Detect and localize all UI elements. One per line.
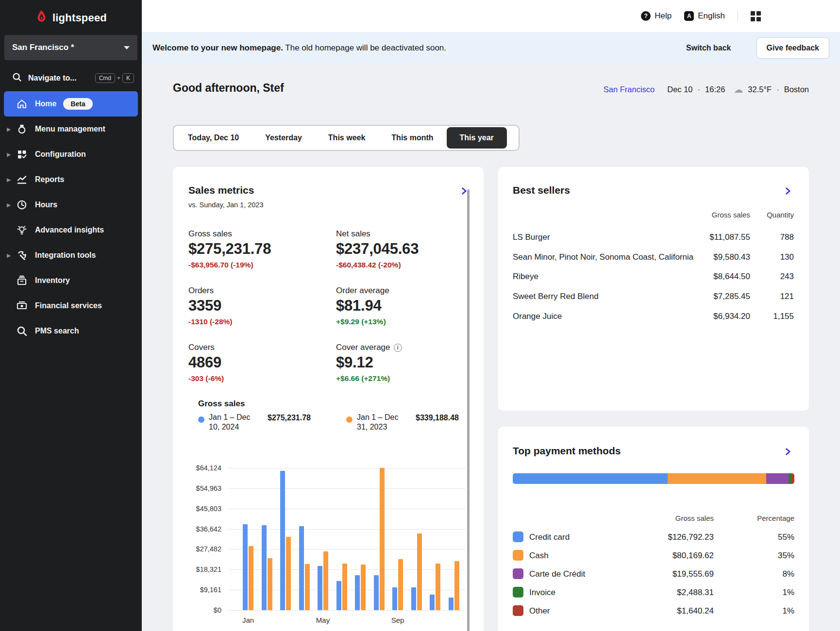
navigate-search[interactable]: Navigate to... Cmd + K xyxy=(0,67,142,89)
best-sellers-card: Best sellers Gross sales Quantity LS Bur… xyxy=(498,167,809,411)
location-selector[interactable]: San Francisco * xyxy=(4,35,137,60)
x-axis-tick-label: Jan xyxy=(242,616,254,624)
metric-orders: Orders3359-1310 (-28%) xyxy=(188,286,324,326)
location-link[interactable]: San Francisco xyxy=(604,85,655,94)
bar-dec-2023[interactable] xyxy=(454,561,459,610)
inventory-icon xyxy=(16,275,28,286)
tab-this-month[interactable]: This month xyxy=(378,127,446,149)
bar-may-2023[interactable] xyxy=(323,551,328,610)
sidebar-item-advanced-insights[interactable]: Advanced insights xyxy=(0,217,142,243)
payment-percentage: 35% xyxy=(760,551,794,561)
bar-jan-2023[interactable] xyxy=(249,546,253,610)
expand-caret-icon[interactable]: ▶ xyxy=(7,177,16,183)
bar-aug-2024[interactable] xyxy=(374,575,379,610)
payment-gross-sales: $1,640.24 xyxy=(655,606,714,616)
best-seller-quantity: 788 xyxy=(755,232,794,242)
y-axis-tick-label: $64,124 xyxy=(173,464,221,472)
sidebar-item-label: Advanced insights xyxy=(35,226,104,234)
sales-metrics-card: Sales metrics vs. Sunday, Jan 1, 2023 Gr… xyxy=(173,167,484,631)
sidebar-nav: HomeBeta▶Menu management▶Configuration▶R… xyxy=(0,91,142,344)
tab-today-dec-10[interactable]: Today, Dec 10 xyxy=(175,127,252,149)
y-axis-tick-label: $45,803 xyxy=(173,505,221,513)
sidebar: lightspeed San Francisco * Navigate to..… xyxy=(0,0,142,631)
sidebar-item-label: Hours xyxy=(35,200,57,209)
bar-apr-2024[interactable] xyxy=(299,526,304,610)
best-seller-gross-sales: $6,934.20 xyxy=(692,312,750,321)
bar-apr-2023[interactable] xyxy=(305,564,310,610)
bar-may-2024[interactable] xyxy=(318,566,322,610)
sidebar-item-inventory[interactable]: Inventory xyxy=(0,268,142,293)
sidebar-item-configuration[interactable]: ▶Configuration xyxy=(0,142,142,167)
bar-oct-2023[interactable] xyxy=(417,533,422,610)
expand-caret-icon[interactable]: ▶ xyxy=(7,202,16,208)
sidebar-item-label: Menu management xyxy=(35,125,105,133)
expand-caret-icon[interactable]: ▶ xyxy=(7,252,16,259)
payment-method-name: Carte de Crédit xyxy=(529,569,646,579)
bar-jan-2024[interactable] xyxy=(243,524,248,610)
bar-feb-2024[interactable] xyxy=(262,525,267,610)
payment-methods-card: Top payment methods Gross sales Percenta… xyxy=(498,427,809,631)
bar-nov-2023[interactable] xyxy=(436,564,440,610)
tab-this-week[interactable]: This week xyxy=(315,127,378,149)
pms-search-icon xyxy=(16,325,28,337)
payment-methods-link-chevron-icon[interactable] xyxy=(784,448,792,456)
bar-mar-2023[interactable] xyxy=(286,537,291,610)
shortcut-keys: Cmd + K xyxy=(95,73,134,83)
best-sellers-link-chevron-icon[interactable] xyxy=(784,187,792,195)
logo-wordmark: lightspeed xyxy=(52,12,107,24)
sidebar-item-integration-tools[interactable]: ▶Integration tools xyxy=(0,243,142,268)
sidebar-item-menu-management[interactable]: ▶Menu management xyxy=(0,116,142,142)
language-button[interactable]: A English xyxy=(684,11,725,21)
x-axis-tick-label: Sep xyxy=(391,616,404,624)
tab-this-year[interactable]: This year xyxy=(447,127,507,149)
metric-delta: -303 (-6%) xyxy=(188,374,324,383)
y-axis-tick-label: $0 xyxy=(173,606,221,614)
bar-aug-2023[interactable] xyxy=(380,468,385,610)
bar-nov-2024[interactable] xyxy=(430,595,435,610)
bar-sep-2024[interactable] xyxy=(392,587,397,610)
help-label: Help xyxy=(655,11,672,21)
expand-caret-icon[interactable]: ▶ xyxy=(7,151,16,158)
sidebar-item-home[interactable]: HomeBeta xyxy=(4,91,138,116)
bar-jun-2024[interactable] xyxy=(336,581,341,610)
sidebar-item-hours[interactable]: ▶Hours xyxy=(0,192,142,217)
sidebar-item-reports[interactable]: ▶Reports xyxy=(0,167,142,192)
payment-methods-stacked-bar xyxy=(513,473,794,484)
give-feedback-button[interactable]: Give feedback xyxy=(756,37,830,59)
configuration-icon xyxy=(16,149,28,160)
switch-back-button[interactable]: Switch back xyxy=(686,44,731,52)
bar-mar-2024[interactable] xyxy=(280,471,285,610)
app-switcher-icon[interactable] xyxy=(751,11,761,21)
navigate-placeholder: Navigate to... xyxy=(28,74,89,83)
bar-jul-2024[interactable] xyxy=(355,575,360,610)
date-label: Dec 10 xyxy=(667,85,692,94)
payment-color-chip xyxy=(513,550,523,561)
integration-tools-icon xyxy=(16,249,28,261)
page-greeting: Good afternoon, Stef xyxy=(173,82,284,95)
bar-jun-2023[interactable] xyxy=(342,564,347,610)
best-seller-quantity: 130 xyxy=(755,252,794,262)
bar-jul-2023[interactable] xyxy=(361,565,366,610)
expand-caret-icon[interactable]: ▶ xyxy=(7,126,16,133)
best-seller-name: Sweet Berry Red Blend xyxy=(513,292,697,301)
hours-icon xyxy=(16,199,28,211)
bar-sep-2023[interactable] xyxy=(398,559,403,610)
bar-oct-2024[interactable] xyxy=(411,587,416,610)
info-icon[interactable]: i xyxy=(394,344,402,352)
gross-sales-bar-chart: $0$9,161$18,321$27,482$36,642$45,803$54,… xyxy=(173,453,465,628)
bar-feb-2023[interactable] xyxy=(268,558,272,610)
bar-dec-2024[interactable] xyxy=(449,598,454,610)
main-area: ? Help A English Welcome to your new hom… xyxy=(142,0,840,631)
sidebar-item-financial-services[interactable]: Financial services xyxy=(0,293,142,318)
card-scrollbar[interactable] xyxy=(467,189,470,631)
payment-gross-sales: $2,488.31 xyxy=(655,588,714,598)
sales-metrics-subtitle: vs. Sunday, Jan 1, 2023 xyxy=(188,201,264,209)
language-icon: A xyxy=(684,11,694,21)
weather-city-label: Boston xyxy=(784,85,809,94)
chart-gridline xyxy=(228,509,465,509)
sidebar-item-pms-search[interactable]: PMS search xyxy=(0,318,142,344)
tab-yesterday[interactable]: Yesterday xyxy=(252,127,315,149)
help-button[interactable]: ? Help xyxy=(641,11,672,21)
payment-percentage: 1% xyxy=(760,588,794,598)
lightspeed-logo[interactable]: lightspeed xyxy=(0,0,142,33)
